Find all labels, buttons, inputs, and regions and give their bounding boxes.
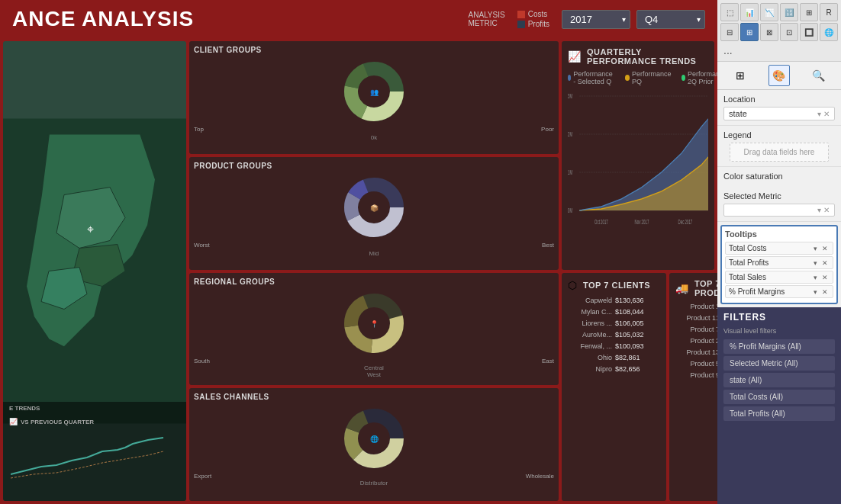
svg-text:Oct 2017: Oct 2017 (594, 217, 608, 226)
filter-item[interactable]: % Profit Margins (All) (723, 339, 835, 354)
client-name: Ohio (568, 354, 612, 361)
client-bar-row: AuroMe... $105,032 (568, 330, 660, 339)
tooltip-dropdown-btn[interactable]: ▾ (812, 245, 819, 252)
toolbar-btn-2-1[interactable]: ⊟ (720, 23, 739, 41)
location-section: Location state ▾ ✕ (717, 90, 841, 126)
header: ANCE ANALYSIS ANALYSIS METRIC Costs Prof… (0, 0, 717, 38)
tooltip-item-label: % Profit Margins (729, 287, 785, 296)
main-area: ANCE ANALYSIS ANALYSIS METRIC Costs Prof… (0, 0, 717, 504)
product-bar-row: Product 13 $225,547 (675, 348, 717, 357)
product-groups-title: PRODUCT GROUPS (194, 162, 272, 170)
quarterly-icon: 📈 (568, 50, 581, 63)
drag-area: Drag data fields here (730, 143, 829, 162)
toolbar-btn-2-5[interactable]: 🔲 (800, 23, 818, 41)
page-title: ANCE ANALYSIS (12, 7, 459, 31)
product-groups-panel: PRODUCT GROUPS 📦 Worst Best Mid (189, 157, 559, 270)
location-value-row: state ▾ ✕ (723, 107, 835, 120)
tooltip-dropdown-btn[interactable]: ▾ (812, 288, 819, 296)
quarter-dropdown[interactable]: Q4 Q3 Q2 Q1 (636, 10, 705, 29)
analysis-label: ANALYSIS (468, 11, 504, 19)
sidebar-icon-format[interactable]: 🎨 (768, 65, 790, 86)
location-clear[interactable]: ▾ ✕ (817, 110, 830, 118)
sales-channels-donut: 🌐 (336, 404, 412, 473)
svg-text:Dec 2017: Dec 2017 (678, 217, 693, 226)
toolbar-btn-chart3[interactable]: 📉 (760, 3, 778, 21)
ok-label: 0k (371, 134, 377, 141)
toolbar-btn-chart6[interactable]: R (820, 3, 838, 21)
client-name: Fenwal, ... (568, 342, 612, 350)
header-controls: ANALYSIS METRIC Costs Profits 2017 2016 (468, 10, 705, 29)
toolbar-btn-2-3[interactable]: ⊠ (760, 23, 778, 41)
filter-item[interactable]: state (All) (723, 373, 835, 387)
client-name: Liorens ... (568, 319, 612, 327)
sidebar-icon-fields[interactable]: ⊞ (730, 65, 751, 86)
filter-items: % Profit Margins (All)Selected Metric (A… (723, 339, 835, 421)
profits-legend-label: Profits (528, 20, 549, 28)
legend-section: Legend Drag data fields here (717, 126, 841, 167)
color-saturation-label: Color saturation (723, 172, 835, 181)
client-bar-row: Nipro $82,656 (568, 364, 660, 374)
tooltip-item: Total Costs ▾ ✕ (725, 242, 833, 255)
product-bar-row: Product 1 $559,747 (675, 302, 717, 311)
legend-pq: Performance PQ (632, 70, 672, 85)
quarter-dropdown-wrapper[interactable]: Q4 Q3 Q2 Q1 (636, 10, 705, 29)
client-value: $108,044 (615, 308, 657, 316)
year-dropdown-wrapper[interactable]: 2017 2016 (562, 10, 630, 29)
filter-item[interactable]: Total Costs (All) (723, 390, 835, 404)
client-bar-row: Fenwal, ... $100,093 (568, 342, 660, 351)
toolbar-btn-2-2[interactable]: ⊞ (740, 23, 759, 41)
filter-item[interactable]: Selected Metric (All) (723, 356, 835, 371)
sidebar-icons-row: ⊞ 🎨 🔍 (717, 62, 841, 90)
tooltip-remove-btn[interactable]: ✕ (820, 274, 830, 281)
products-title: TOP 7 PRODUCTS (694, 279, 717, 297)
products-bars: Product 1 $559,747 Product 11 $441,865 P… (675, 302, 717, 380)
product-worst-label: Worst (194, 242, 210, 249)
product-name: Product 13 (675, 348, 717, 356)
quarterly-header: 📈 QUARTERLY PERFORMANCE TRENDS (568, 47, 708, 66)
tooltip-dropdown-btn[interactable]: ▾ (812, 274, 819, 281)
svg-text:2M: 2M (568, 130, 572, 139)
svg-text:⌖: ⌖ (87, 223, 94, 236)
product-name: Product 1 (675, 303, 717, 310)
location-value: state (729, 109, 747, 118)
product-groups-donut: 📦 (336, 173, 412, 242)
legend-selected: Performance - Selected Q (573, 70, 615, 85)
quarterly-legend: Performance - Selected Q Performance PQ … (568, 70, 708, 85)
filters-section: FILTERS Visual level filters % Profit Ma… (717, 307, 841, 504)
quarterly-chart-svg: 3M 2M 1M 0M Oct 2017 Nov 2017 Dec 2017 (568, 88, 708, 241)
metric-label: METRIC (468, 19, 497, 27)
clients-icon: ⬡ (568, 279, 577, 291)
toolbar-btn-chart1[interactable]: ⬚ (720, 3, 739, 21)
client-name: AuroMe... (568, 331, 612, 339)
product-bar-row: Product 9 (675, 371, 717, 380)
tooltip-remove-btn[interactable]: ✕ (820, 259, 830, 267)
toolbar-btn-2-6[interactable]: 🌐 (820, 23, 838, 41)
toolbar-btn-chart5[interactable]: ⊞ (800, 3, 818, 21)
client-name: Capweld (568, 297, 612, 304)
filter-item[interactable]: Total Profits (All) (723, 406, 835, 421)
tooltip-remove-btn[interactable]: ✕ (820, 288, 830, 296)
selected-metric-clear[interactable]: ▾ ✕ (817, 206, 830, 214)
products-panel: 🚚 TOP 7 PRODUCTS Product 1 $559,747 Prod… (669, 273, 717, 502)
selected-metric-row: ▾ ✕ (723, 204, 835, 217)
mini-trend-chart (11, 429, 179, 482)
channel-export-label: Export (194, 473, 211, 480)
tooltip-remove-btn[interactable]: ✕ (820, 245, 830, 252)
svg-text:1M: 1M (568, 168, 572, 177)
product-best-label: Best (542, 242, 554, 249)
regional-groups-panel: REGIONAL GROUPS 📍 South East Central Wes… (189, 273, 559, 386)
tooltip-item: Total Sales ▾ ✕ (725, 271, 833, 284)
toolbar-btn-2-4[interactable]: ⊡ (780, 23, 798, 41)
client-value: $105,032 (615, 331, 657, 339)
year-dropdown[interactable]: 2017 2016 (562, 10, 630, 29)
clients-title: TOP 7 CLIENTS (583, 281, 650, 290)
tooltip-item: % Profit Margins ▾ ✕ (725, 285, 833, 298)
toolbar-btn-chart4[interactable]: 🔢 (780, 3, 798, 21)
toolbar-btn-chart2[interactable]: 📊 (740, 3, 759, 21)
tooltip-dropdown-btn[interactable]: ▾ (812, 259, 819, 267)
sidebar-icon-analytics[interactable]: 🔍 (807, 65, 829, 86)
sales-channels-panel: SALES CHANNELS 🌐 Export Wholesale Distri… (189, 388, 559, 501)
client-groups-panel: CLIENT GROUPS 👥 Top Poor 0k (189, 41, 559, 154)
client-value: $82,656 (615, 365, 657, 373)
quarterly-chart-area: 3M 2M 1M 0M Oct 2017 Nov 2017 Dec 2017 (568, 88, 708, 264)
